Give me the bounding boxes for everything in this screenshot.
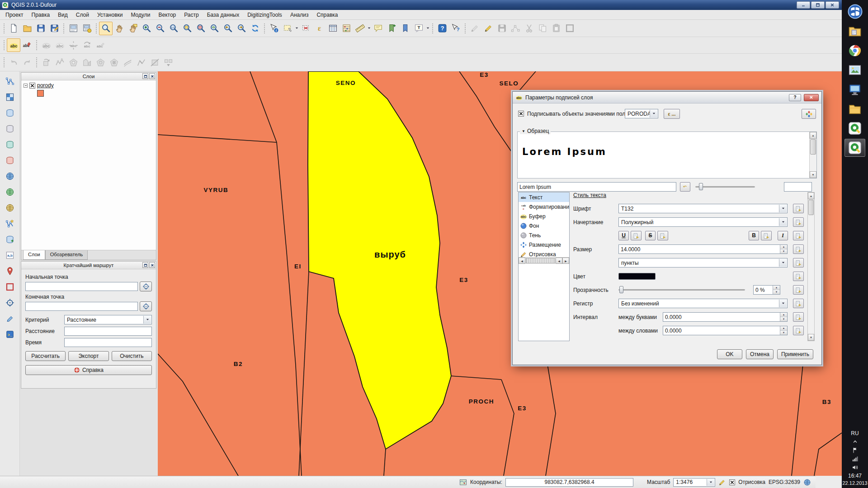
split-features-button[interactable] <box>148 56 161 69</box>
color-button[interactable] <box>618 273 656 280</box>
toolbar-handle[interactable] <box>3 40 5 51</box>
strikeout-data-defined-button[interactable] <box>657 231 668 240</box>
dialog-help-button[interactable]: ? <box>789 94 801 101</box>
deselect-features-button[interactable] <box>299 22 312 35</box>
action-center-icon[interactable] <box>852 447 859 454</box>
simplify-feature-button[interactable] <box>53 56 66 69</box>
touch-zoom-and-pan-button[interactable] <box>99 22 113 35</box>
map-tips-button[interactable] <box>371 22 385 35</box>
add-vector-layer-button[interactable] <box>4 75 16 88</box>
add-raster-layer-button[interactable] <box>4 91 16 103</box>
new-print-composer-button[interactable] <box>66 22 80 35</box>
color-data-defined-button[interactable] <box>793 272 804 281</box>
criterion-combo[interactable]: Расстояние <box>64 315 152 324</box>
bold-data-defined-button[interactable] <box>761 231 772 240</box>
start-button[interactable] <box>846 2 864 20</box>
list-horizontal-scrollbar[interactable]: ◀ ◀ ▶ <box>519 257 569 264</box>
layer-visibility-checkbox[interactable] <box>29 83 35 89</box>
paste-features-button[interactable] <box>549 22 563 35</box>
coordinates-toggle-icon[interactable] <box>459 479 467 486</box>
new-spatialite-layer-button[interactable] <box>4 233 16 246</box>
ok-button[interactable]: OK <box>717 349 742 359</box>
menu-analysis[interactable]: Анализ <box>286 10 313 19</box>
panel-tab-browser[interactable]: Обозреватель <box>45 250 88 260</box>
select-by-expression-button[interactable]: ε <box>312 22 326 35</box>
units-data-defined-button[interactable] <box>793 258 804 267</box>
label-options-button[interactable]: abc <box>20 38 34 52</box>
word-spacing-spinbox[interactable]: 0.0000 ▲▼ <box>663 326 788 335</box>
case-data-defined-button[interactable] <box>793 299 804 308</box>
slider-handle[interactable] <box>619 286 623 293</box>
scroll-thumb[interactable] <box>810 139 816 155</box>
zoom-to-layer-button[interactable] <box>208 22 221 35</box>
add-ring-button[interactable] <box>66 56 80 69</box>
measure-line-button[interactable] <box>353 22 367 35</box>
scroll-down-icon[interactable]: ▼ <box>810 171 816 178</box>
network-icon[interactable] <box>852 455 859 462</box>
toolbar-handle[interactable] <box>432 23 434 34</box>
scroll-up-icon[interactable]: ▲ <box>808 192 814 199</box>
pan-map-button[interactable] <box>113 22 126 35</box>
menu-edit[interactable]: Правка <box>28 10 54 19</box>
open-project-button[interactable] <box>20 22 34 35</box>
zoom-native-button[interactable]: 1:1 <box>167 22 180 35</box>
menu-layer[interactable]: Слой <box>72 10 93 19</box>
add-wcs-layer-button[interactable] <box>4 186 16 198</box>
route-help-button[interactable]: Справка <box>25 365 152 375</box>
rotate-label-button[interactable]: abc <box>80 38 94 52</box>
menu-help[interactable]: Справка <box>312 10 342 19</box>
measure-line-dropdown[interactable] <box>367 22 371 35</box>
add-gpx-layer-button[interactable] <box>4 265 16 277</box>
offset-curve-button[interactable] <box>121 56 134 69</box>
case-combo[interactable]: Без изменений <box>618 299 788 308</box>
save-layer-edits-button[interactable] <box>495 22 509 35</box>
layer-tree-item[interactable]: porody <box>24 82 154 89</box>
text-annotation-button[interactable]: T <box>412 22 425 35</box>
toolbar-handle[interactable] <box>3 23 5 34</box>
zoom-next-button[interactable] <box>235 22 248 35</box>
maximize-button[interactable] <box>811 1 825 9</box>
menu-plugins[interactable]: Модули <box>127 10 154 19</box>
toolbar-handle[interactable] <box>3 57 5 68</box>
italic-data-defined-button[interactable] <box>793 231 804 240</box>
whats-this-button[interactable]: ? <box>449 22 462 35</box>
python-console-button[interactable]: >_ <box>4 328 16 341</box>
bold-button[interactable]: B <box>749 231 759 240</box>
letter-spacing-data-defined-button[interactable] <box>793 312 804 322</box>
expander-icon[interactable] <box>24 84 28 88</box>
add-mssql-layer-button[interactable] <box>4 138 16 151</box>
fill-ring-button[interactable] <box>94 56 107 69</box>
settings-scrollbar[interactable]: ▲ ▼ <box>807 192 815 341</box>
layer-tree[interactable]: porody <box>21 80 156 250</box>
taskbar-app-qgis-browser[interactable] <box>844 119 865 137</box>
show-hidden-icons-chevron[interactable] <box>852 438 859 445</box>
select-features-button[interactable] <box>281 22 294 35</box>
new-shapefile-layer-button[interactable] <box>4 217 16 230</box>
composer-manager-button[interactable] <box>80 22 94 35</box>
toolbar-handle[interactable] <box>36 40 38 51</box>
redo-button[interactable] <box>20 56 34 69</box>
dialog-close-button[interactable]: ✕ <box>804 94 819 101</box>
zoom-out-button[interactable] <box>153 22 167 35</box>
open-attribute-table-button[interactable] <box>326 22 340 35</box>
scroll-left-icon[interactable]: ◀ <box>519 258 525 264</box>
current-edits-button[interactable] <box>468 22 481 35</box>
remove-layer-button[interactable] <box>4 281 16 293</box>
toolbar-handle[interactable] <box>464 23 466 34</box>
add-wfs-layer-button[interactable] <box>4 202 16 214</box>
save-project-as-button[interactable] <box>47 22 61 35</box>
change-label-properties-button[interactable]: abc <box>94 38 107 52</box>
expression-builder-button[interactable]: ε ... <box>664 109 680 119</box>
add-delimited-text-layer-button[interactable]: a,b <box>4 249 16 262</box>
field-combo[interactable]: PORODA <box>625 109 658 118</box>
rotate-feature-button[interactable] <box>39 56 53 69</box>
taskbar-app-qgis-desktop[interactable] <box>844 139 865 157</box>
panel-tab-layers[interactable]: Слои <box>23 250 45 260</box>
start-point-input[interactable] <box>25 282 138 291</box>
save-project-button[interactable] <box>34 22 47 35</box>
time-output[interactable] <box>64 338 152 347</box>
field-calculator-button[interactable] <box>340 22 353 35</box>
apply-button[interactable]: Применить <box>777 349 813 359</box>
strikeout-button[interactable]: S <box>645 231 656 240</box>
layers-panel-close-button[interactable] <box>149 73 155 79</box>
